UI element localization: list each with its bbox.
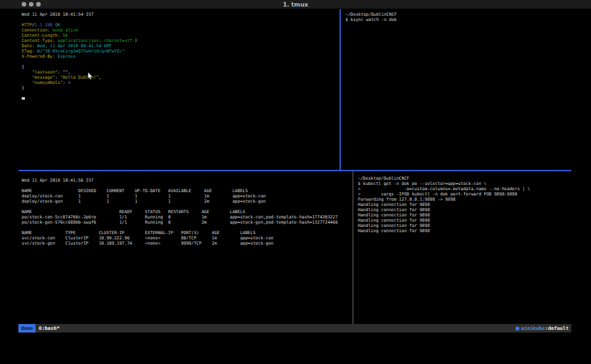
kubernetes-icon: [515, 327, 519, 331]
window-titlebar[interactable]: 1. tmux: [0, 0, 591, 9]
terminal-line: Connection: keep-alive: [22, 28, 339, 33]
terminal-line: [22, 204, 353, 209]
terminal-line: ~/Desktop/DublinCNCF: [358, 176, 571, 181]
pane-ksync[interactable]: ~/Desktop/DublinCNCF$ ksync watch -n dok: [342, 10, 571, 170]
terminal-line: [22, 183, 353, 188]
terminal-line: Forwarding from 127.0.0.1:9898 -> 9898: [358, 197, 571, 202]
terminal-line: svc/stock-con ClusterIP 10.99.222.96 <no…: [22, 235, 353, 241]
terminal-line: po/stock-con-5cc874766c-2p6rp 1/1 Runnin…: [22, 214, 353, 220]
pane-divider-vertical-top[interactable]: [339, 9, 341, 171]
terminal-line: "message": "Hello Dublin!",: [22, 75, 339, 80]
terminal-line: Wed 11 Apr 2018 10:41:56 IST: [22, 178, 353, 183]
terminal-line: "numsymbols": 4: [22, 80, 339, 85]
terminal-line: Wed 11 Apr 2018 10:41:54 IST: [22, 12, 339, 17]
terminal-line: ~/Desktop/DublinCNCF: [345, 12, 571, 17]
terminal-line: deploy/stock-con 1 1 1 1 1m app=stock-co…: [22, 193, 353, 199]
pane-kubectl-resources[interactable]: Wed 11 Apr 2018 10:41:56 IST NAME DESIRE…: [18, 171, 353, 324]
pane-divider-vertical-bottom[interactable]: [353, 171, 353, 324]
terminal-line: [22, 96, 339, 101]
terminal-line: $ ksync watch -n dok: [345, 17, 571, 22]
terminal-line: [22, 59, 339, 64]
terminal-line: Handling connection for 9898: [358, 218, 571, 223]
kube-namespace-label: :default: [545, 324, 569, 333]
terminal-line: NAME TYPE CLUSTER-IP EXTERNAL-IP PORT(S)…: [22, 230, 353, 235]
terminal-line: {: [22, 64, 339, 70]
tmux-status-bar: demo 0:bash* minikube :default: [18, 324, 571, 333]
terminal-line: NAME DESIRED CURRENT UP-TO-DATE AVAILABL…: [22, 188, 353, 193]
window-title: 1. tmux: [0, 1, 591, 8]
kube-context-label: minikube: [521, 324, 545, 333]
terminal-line: Content-Type: application/json; charset=…: [22, 38, 339, 43]
terminal-line: Handling connection for 9898: [358, 223, 571, 228]
terminal-line: Content-Length: 56: [22, 33, 339, 38]
terminal-line: Handling connection for 9898: [358, 202, 571, 207]
terminal-line: Handling connection for 9898: [358, 228, 571, 233]
terminal-line: [22, 17, 339, 22]
terminal-line: X-Powered-By: Express: [22, 54, 339, 59]
terminal-line: Date: Wed, 11 Apr 2018 09:41:54 GMT: [22, 43, 339, 49]
terminal-line: ETag: W/"38-05coCsrg3mQ75sHr1d/qcWTwYZc": [22, 49, 339, 54]
terminal-line: "lastseen": "",: [22, 70, 339, 75]
terminal-line: po/stock-gen-576cc688bb-swqf6 1/1 Runnin…: [22, 220, 353, 225]
pane-http-response[interactable]: Wed 11 Apr 2018 10:41:54 IST HTTP/1.1 20…: [18, 10, 339, 170]
terminal-line: > xargs -IPOD kubectl -n dok port-forwar…: [358, 192, 571, 197]
terminal-line: NAME READY STATUS RESTARTS AGE LABELS: [22, 209, 353, 214]
active-window-label[interactable]: 0:bash*: [39, 324, 60, 333]
pane-port-forward[interactable]: ~/Desktop/DublinCNCF$ kubectl get -n dok…: [355, 171, 571, 324]
terminal-line: }: [22, 85, 339, 91]
terminal-line: > -o=custom-columns=:metadata.name --no-…: [358, 186, 571, 192]
terminal-line: [22, 91, 339, 96]
terminal-line: [22, 225, 353, 230]
terminal-line: Handling connection for 9898: [358, 207, 571, 212]
terminal-line: Handling connection for 9898: [358, 212, 571, 218]
terminal-line: svc/stock-gen ClusterIP 10.109.197.74 <n…: [22, 241, 353, 246]
terminal-line: $ kubectl get -n dok po --selector=app=s…: [358, 181, 571, 186]
terminal-line: deploy/stock-gen 1 1 1 1 2m app=stock-ge…: [22, 199, 353, 204]
mouse-cursor-icon: [87, 72, 93, 80]
session-name-badge[interactable]: demo: [18, 324, 35, 333]
terminal-line: HTTP/1.1 200 OK: [22, 22, 339, 28]
